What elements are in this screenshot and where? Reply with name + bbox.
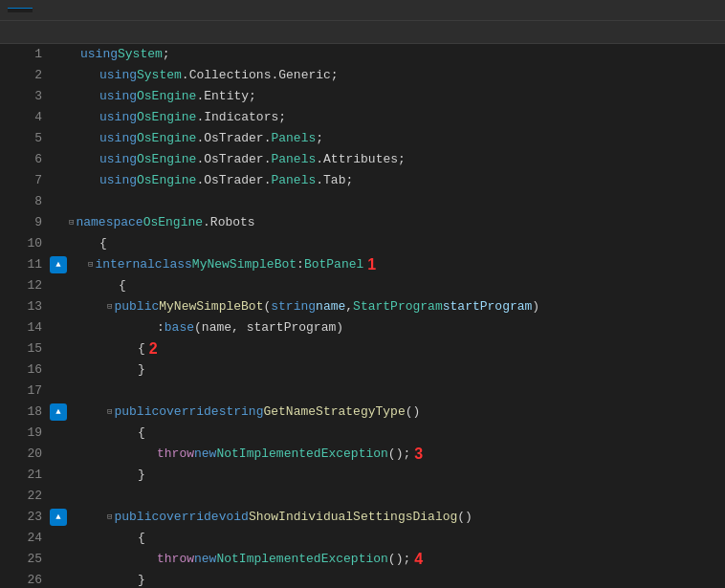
line-number: 16: [0, 359, 42, 381]
breadcrumb-bar: [0, 21, 725, 44]
code-token: Panels: [271, 149, 316, 170]
code-line: ⊟public MyNewSimpleBot(string name, Star…: [69, 296, 725, 317]
code-token: string: [271, 296, 316, 317]
code-token: using: [99, 170, 137, 191]
code-line: ⊟namespace OsEngine.Robots: [69, 212, 725, 233]
editor-area: 1234567891011121314151617181920212223242…: [0, 44, 725, 588]
code-token: {: [119, 275, 126, 296]
code-token: StartProgram: [353, 296, 443, 317]
code-token: void: [219, 507, 249, 528]
indicators-column: ▲▲▲: [48, 44, 69, 588]
code-line: using OsEngine.OsTrader.Panels.Attribute…: [69, 149, 725, 170]
code-token: :: [157, 317, 165, 338]
code-token: .Robots: [203, 212, 255, 233]
code-line: throw new NotImplementedException();3: [69, 444, 725, 465]
code-line: using OsEngine.Entity;: [69, 86, 725, 107]
code-token: base: [165, 317, 194, 338]
line-number: 6: [0, 149, 42, 170]
code-token: Panels: [271, 170, 316, 191]
line-number: 24: [0, 528, 42, 549]
code-token: using: [99, 149, 137, 170]
code-token: ;: [163, 44, 170, 65]
code-token: {: [138, 423, 145, 444]
code-token: ;: [316, 128, 323, 149]
code-token: throw: [157, 549, 194, 570]
line-number: 4: [0, 107, 42, 128]
code-token: Panels: [271, 128, 316, 149]
code-token: (: [263, 296, 271, 317]
line-number: 14: [0, 317, 42, 338]
line-number: 23: [0, 507, 42, 528]
code-token: using: [99, 107, 137, 128]
code-line: }: [69, 359, 725, 381]
code-token: .OsTrader.: [196, 128, 271, 149]
code-token: ): [532, 296, 539, 317]
code-line: [69, 381, 725, 402]
breakpoint-indicator[interactable]: ▲: [50, 509, 67, 526]
code-token: MyNewSimpleBot: [192, 254, 297, 275]
code-line: using System;: [69, 44, 725, 65]
line-numbers-gutter: 1234567891011121314151617181920212223242…: [0, 44, 48, 588]
line-number: 10: [0, 233, 42, 254]
line-number: 22: [0, 486, 42, 507]
line-number: 5: [0, 128, 42, 149]
code-line: ⊟internal class MyNewSimpleBot : BotPane…: [69, 254, 725, 275]
breakpoint-indicator[interactable]: ▲: [50, 403, 67, 421]
line-number: 8: [0, 191, 42, 212]
code-token: (): [457, 507, 472, 528]
code-line: using OsEngine.Indicators;: [69, 107, 725, 128]
line-number: 1: [0, 44, 42, 65]
line-number: 12: [0, 275, 42, 296]
line-number: 9: [0, 212, 42, 233]
code-token: ,: [345, 296, 353, 317]
code-line: ⊟public override string GetNameStrategyT…: [69, 402, 725, 423]
code-token: .OsTrader.: [196, 170, 271, 191]
line-number: 25: [0, 549, 42, 570]
annotation-number: 2: [149, 338, 158, 359]
code-area[interactable]: using System;using System.Collections.Ge…: [69, 44, 725, 588]
line-number: 17: [0, 381, 42, 402]
code-token: class: [155, 254, 192, 275]
collapse-icon[interactable]: ⊟: [107, 507, 112, 528]
line-number: 13: [0, 296, 42, 317]
code-line: : base(name, startProgram): [69, 317, 725, 338]
annotation-number: 3: [414, 444, 423, 465]
code-token: startProgram: [443, 296, 533, 317]
code-line: throw new NotImplementedException();4: [69, 549, 725, 570]
code-token: OsEngine: [143, 212, 203, 233]
line-number: 18: [0, 402, 42, 423]
code-line: {: [69, 423, 725, 444]
code-token: .Entity;: [196, 86, 255, 107]
collapse-icon[interactable]: ⊟: [69, 212, 74, 233]
file-tab[interactable]: [8, 8, 33, 12]
code-token: internal: [95, 254, 154, 275]
code-token: name: [316, 296, 345, 317]
code-line: using OsEngine.OsTrader.Panels;: [69, 128, 725, 149]
code-line: [69, 486, 725, 507]
code-token: using: [99, 128, 137, 149]
code-token: .Attributes;: [316, 149, 406, 170]
collapse-icon[interactable]: ⊟: [88, 254, 93, 275]
code-line: }: [69, 570, 725, 588]
collapse-icon[interactable]: ⊟: [107, 402, 112, 423]
code-line: {: [69, 528, 725, 549]
code-token: override: [159, 507, 218, 528]
code-line: using OsEngine.OsTrader.Panels.Tab;: [69, 170, 725, 191]
code-token: namespace: [76, 212, 143, 233]
code-token: OsEngine: [137, 107, 196, 128]
code-token: :: [297, 254, 304, 275]
code-token: using: [99, 65, 137, 86]
code-line: }: [69, 465, 725, 486]
code-token: OsEngine: [137, 170, 196, 191]
line-number: 20: [0, 444, 42, 465]
breakpoint-indicator[interactable]: ▲: [50, 256, 67, 273]
code-line: ⊟public override void ShowIndividualSett…: [69, 507, 725, 528]
code-token: .Indicators;: [196, 107, 286, 128]
collapse-icon[interactable]: ⊟: [107, 296, 112, 317]
code-token: .OsTrader.: [196, 149, 271, 170]
code-token: NotImplementedException: [216, 444, 387, 465]
annotation-number: 1: [367, 254, 376, 275]
code-token: new: [194, 549, 216, 570]
code-token: {: [138, 338, 145, 359]
code-token: public: [114, 402, 159, 423]
